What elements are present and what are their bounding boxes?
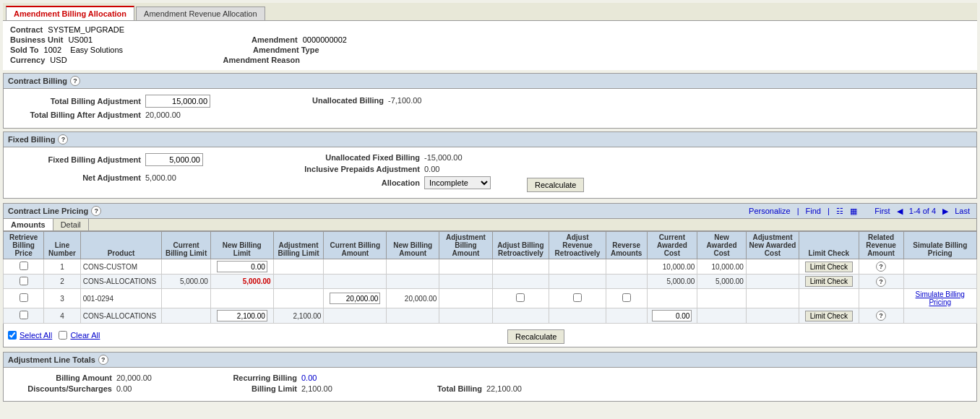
row1-new-billing-limit[interactable] bbox=[217, 261, 267, 272]
inclusive-prepaids-value: 0.00 bbox=[424, 165, 439, 173]
inclusive-prepaids-label: Inclusive Prepaids Adjustment bbox=[275, 165, 420, 173]
row3-current-billing-amt[interactable] bbox=[330, 293, 380, 304]
tab-detail[interactable]: Detail bbox=[53, 219, 89, 230]
col-adj-revenue-retro: Adjust Revenue Retroactively bbox=[549, 232, 606, 259]
row4-limit-check-btn[interactable]: Limit Check bbox=[805, 311, 853, 321]
row3-product: 001-0294 bbox=[80, 289, 162, 308]
fixed-billing-adj-input[interactable] bbox=[145, 153, 203, 166]
total-billing-adj-label: Total Billing Adjustment bbox=[11, 97, 141, 105]
col-new-billing-amt: New Billing Amount bbox=[387, 232, 439, 259]
contract-label: Contract bbox=[10, 25, 43, 34]
tab-amendment-revenue[interactable]: Amendment Revenue Allocation bbox=[136, 7, 265, 20]
contract-line-pricing-header: Contract Line Pricing ? Personalize | Fi… bbox=[3, 203, 977, 219]
table-tabs: Amounts Detail bbox=[3, 219, 977, 231]
recurring-billing-label: Recurring Billing bbox=[203, 373, 297, 382]
row3-adj-billing-retro[interactable] bbox=[516, 293, 525, 302]
col-adj-billing-retro: Adjust Billing Retroactively bbox=[492, 232, 549, 259]
unallocated-billing-label: Unallocated Billing bbox=[254, 96, 384, 105]
view-icon[interactable]: ☷ bbox=[836, 207, 843, 215]
row2-line: 2 bbox=[44, 275, 80, 289]
recalculate-button-top[interactable]: Recalculate bbox=[527, 178, 584, 192]
row1-checkbox[interactable] bbox=[20, 262, 28, 270]
row3-reverse-amounts[interactable] bbox=[622, 293, 631, 302]
table-row: 3 001-0294 20,000.00 Simula bbox=[4, 289, 977, 308]
row4-product: CONS-ALLOCATIONS bbox=[80, 308, 162, 324]
col-related-revenue: Related Revenue Amount bbox=[859, 232, 903, 259]
fixed-billing-title: Fixed Billing bbox=[8, 135, 55, 144]
personalize-link[interactable]: Personalize bbox=[749, 207, 790, 215]
amendment-reason-label: Amendment Reason bbox=[223, 56, 300, 64]
row3-adj-revenue-retro[interactable] bbox=[573, 293, 582, 302]
table-footer: Select All Clear All Recalculate bbox=[3, 324, 977, 347]
contract-billing-title: Contract Billing bbox=[8, 77, 67, 85]
total-billing-adj-input[interactable] bbox=[145, 95, 210, 108]
find-link[interactable]: Find bbox=[806, 207, 821, 215]
contract-billing-help-icon[interactable]: ? bbox=[70, 76, 80, 86]
tab-amendment-billing[interactable]: Amendment Billing Allocation bbox=[6, 6, 134, 20]
row3-line: 3 bbox=[44, 289, 80, 308]
tab-amounts[interactable]: Amounts bbox=[4, 219, 53, 230]
tabs-bar: Amendment Billing Allocation Amendment R… bbox=[3, 3, 977, 21]
table-row: 2 CONS-ALLOCATIONS 5,000.00 5,000.00 5,0… bbox=[4, 275, 977, 289]
col-new-awarded: New Awarded Cost bbox=[697, 232, 747, 259]
row2-limit-check-btn[interactable]: Limit Check bbox=[805, 276, 853, 287]
row4-adj-billing-limit: 2,100.00 bbox=[273, 308, 324, 324]
select-all-checkbox[interactable] bbox=[8, 331, 17, 340]
discounts-surcharges-value: 0.00 bbox=[116, 384, 174, 393]
billing-amount-value: 20,000.00 bbox=[116, 373, 174, 382]
col-adj-awarded: Adjustment New Awarded Cost bbox=[746, 232, 799, 259]
contract-value: SYSTEM_UPGRADE bbox=[48, 25, 124, 34]
row4-line: 4 bbox=[44, 308, 80, 324]
row3-new-billing-amt: 20,000.00 bbox=[387, 289, 439, 308]
col-adj-billing-amt: Adjustment Billing Amount bbox=[439, 232, 492, 259]
totals-content: Billing Amount 20,000.00 Recurring Billi… bbox=[3, 368, 977, 402]
total-billing-value: 22,100.00 bbox=[486, 384, 544, 393]
col-line: Line Number bbox=[44, 232, 80, 259]
clear-all-checkbox[interactable] bbox=[59, 331, 67, 340]
clear-all-label[interactable]: Clear All bbox=[70, 331, 100, 340]
fixed-billing-help-icon[interactable]: ? bbox=[58, 134, 68, 144]
first-link[interactable]: First bbox=[874, 207, 890, 215]
discounts-surcharges-label: Discounts/Surcharges bbox=[18, 384, 112, 393]
contract-line-table: Retrieve Billing Price Line Number Produ… bbox=[3, 231, 977, 324]
sold-to-label: Sold To bbox=[10, 46, 39, 54]
row4-current-awarded[interactable] bbox=[652, 310, 692, 321]
row4-new-billing-limit[interactable] bbox=[217, 310, 267, 321]
unallocated-billing-value: -7,100.00 bbox=[388, 96, 421, 105]
contract-line-pricing-help-icon[interactable]: ? bbox=[91, 206, 101, 216]
row3-simulate-link[interactable]: Simulate Billing Pricing bbox=[916, 290, 965, 306]
col-reverse: Reverse Amounts bbox=[606, 232, 647, 259]
adjustment-line-totals-help-icon[interactable]: ? bbox=[98, 355, 108, 365]
allocation-label: Allocation bbox=[275, 178, 420, 187]
row1-current-awarded: 10,000.00 bbox=[647, 259, 697, 275]
sold-to-value: 1002 bbox=[44, 46, 61, 54]
row1-related-revenue-icon[interactable]: ? bbox=[876, 262, 886, 272]
prev-icon[interactable]: ◀ bbox=[897, 207, 903, 215]
recurring-billing-value: 0.00 bbox=[301, 373, 359, 382]
fixed-billing-adj-label: Fixed Billing Adjustment bbox=[11, 155, 141, 164]
col-new-billing-limit: New Billing Limit bbox=[210, 232, 273, 259]
recalculate-button-bottom[interactable]: Recalculate bbox=[507, 329, 564, 344]
currency-value: USD bbox=[50, 56, 66, 64]
next-icon[interactable]: ▶ bbox=[942, 207, 948, 215]
row2-checkbox[interactable] bbox=[20, 277, 28, 285]
business-unit-label: Business Unit bbox=[10, 35, 63, 44]
row4-related-revenue-icon[interactable]: ? bbox=[876, 311, 886, 321]
net-adj-value: 5,000.00 bbox=[145, 173, 176, 182]
row2-current-awarded: 5,000.00 bbox=[647, 275, 697, 289]
col-current-billing-limit: Current Billing Limit bbox=[162, 232, 211, 259]
amendment-type-label: Amendment Type bbox=[253, 46, 319, 54]
col-retrieve: Retrieve Billing Price bbox=[4, 232, 44, 259]
grid-icon[interactable]: ▦ bbox=[850, 207, 857, 215]
select-all-label[interactable]: Select All bbox=[20, 331, 52, 340]
last-link[interactable]: Last bbox=[955, 207, 970, 215]
allocation-select[interactable]: Incomplete Complete Not Allocated bbox=[424, 176, 491, 189]
adjustment-line-totals-title: Adjustment Line Totals bbox=[8, 355, 95, 364]
contract-billing-section: Contract Billing ? Total Billing Adjustm… bbox=[3, 73, 977, 129]
row1-product: CONS-CUSTOM bbox=[80, 259, 162, 275]
amendment-label: Amendment bbox=[252, 35, 298, 44]
row1-limit-check-btn[interactable]: Limit Check bbox=[805, 262, 853, 272]
row4-checkbox[interactable] bbox=[20, 311, 28, 319]
row2-related-revenue-icon[interactable]: ? bbox=[876, 277, 886, 287]
row3-checkbox[interactable] bbox=[20, 293, 28, 302]
